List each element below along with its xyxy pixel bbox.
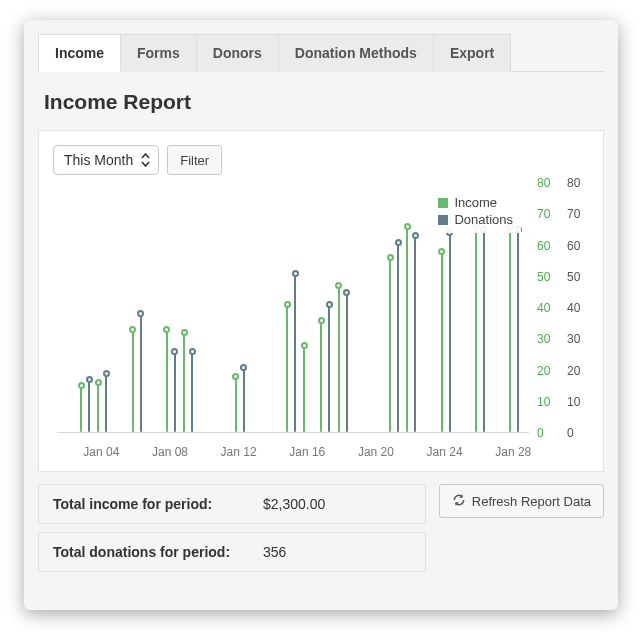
report-body: This Month Filter 80706050403020100 8070… <box>38 130 604 472</box>
legend-label-donations: Donations <box>454 212 513 227</box>
page-title: Income Report <box>44 90 598 114</box>
total-income-value: $2,300.00 <box>263 496 325 512</box>
totals-section: Total income for period: $2,300.00 Refre… <box>38 484 604 572</box>
legend-item-donations: Donations <box>438 212 513 227</box>
income-chart: 80706050403020100 80706050403020100 Jan … <box>49 183 593 463</box>
x-axis: Jan 04Jan 08Jan 12Jan 16Jan 20Jan 24Jan … <box>57 441 529 459</box>
tab-forms[interactable]: Forms <box>121 34 197 72</box>
refresh-button-label: Refresh Report Data <box>472 494 591 509</box>
legend-swatch-donations <box>438 215 448 225</box>
filter-button[interactable]: Filter <box>167 145 222 175</box>
total-income-row: Total income for period: $2,300.00 <box>38 484 426 524</box>
y-axis-income: 80706050403020100 <box>533 183 559 433</box>
date-range-value: This Month <box>64 152 133 168</box>
legend-swatch-income <box>438 198 448 208</box>
total-donations-row: Total donations for period: 356 <box>38 532 426 572</box>
refresh-icon <box>452 493 466 510</box>
total-income-label: Total income for period: <box>53 496 263 512</box>
report-panel: Income Forms Donors Donation Methods Exp… <box>24 20 618 610</box>
chart-legend: Income Donations <box>430 189 521 233</box>
total-donations-label: Total donations for period: <box>53 544 263 560</box>
chevron-updown-icon <box>141 153 150 167</box>
tab-export[interactable]: Export <box>434 34 511 72</box>
tab-donors[interactable]: Donors <box>197 34 279 72</box>
legend-label-income: Income <box>454 195 497 210</box>
date-range-select[interactable]: This Month <box>53 145 159 175</box>
refresh-report-button[interactable]: Refresh Report Data <box>439 484 604 518</box>
y-axis-donations: 80706050403020100 <box>563 183 589 433</box>
tab-income[interactable]: Income <box>38 34 121 72</box>
legend-item-income: Income <box>438 195 513 210</box>
tab-donation-methods[interactable]: Donation Methods <box>279 34 434 72</box>
tab-bar: Income Forms Donors Donation Methods Exp… <box>38 34 604 72</box>
total-donations-value: 356 <box>263 544 286 560</box>
report-controls: This Month Filter <box>49 145 593 175</box>
